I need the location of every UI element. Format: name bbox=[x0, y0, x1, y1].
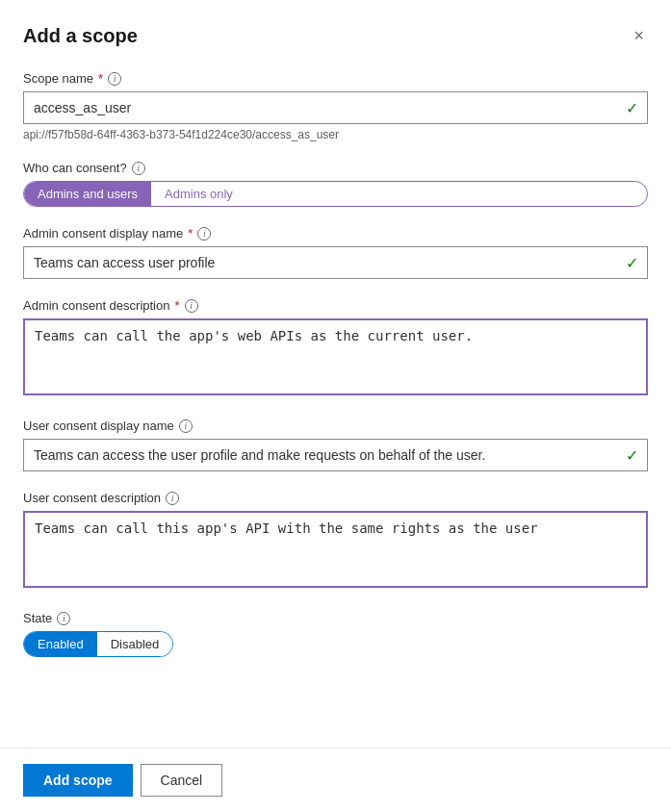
admin-consent-display-name-check-icon: ✓ bbox=[626, 254, 638, 272]
admin-consent-display-name-label: Admin consent display name * i bbox=[23, 226, 648, 241]
consent-options-group: Admins and users Admins only bbox=[23, 181, 648, 207]
user-consent-display-name-check-icon: ✓ bbox=[626, 446, 638, 465]
admin-consent-description-input[interactable] bbox=[23, 318, 648, 395]
who-can-consent-label: Who can consent? i bbox=[23, 161, 648, 175]
user-consent-display-name-input[interactable] bbox=[23, 439, 648, 471]
state-options: Enabled Disabled bbox=[23, 631, 648, 657]
user-consent-description-input[interactable] bbox=[23, 511, 648, 588]
scope-name-input[interactable] bbox=[23, 91, 648, 124]
user-consent-description-label: User consent description i bbox=[23, 491, 648, 505]
admin-consent-display-name-input-wrapper: ✓ bbox=[23, 246, 648, 279]
state-toggle-group: Enabled Disabled bbox=[23, 631, 173, 657]
admin-consent-description-info-icon[interactable]: i bbox=[185, 299, 198, 313]
admin-consent-display-name-input[interactable] bbox=[23, 246, 648, 279]
scope-name-group: Scope name * i ✓ api://f57fb58d-64ff-436… bbox=[23, 71, 648, 141]
dialog-footer: Add scope Cancel bbox=[0, 748, 671, 812]
dialog-title: Add a scope bbox=[23, 25, 138, 47]
scope-name-input-wrapper: ✓ bbox=[23, 91, 648, 124]
admin-consent-display-name-info-icon[interactable]: i bbox=[197, 227, 211, 241]
admin-consent-description-label: Admin consent description * i bbox=[23, 298, 648, 313]
scope-name-check-icon: ✓ bbox=[626, 99, 638, 117]
scope-name-label: Scope name * i bbox=[23, 71, 648, 86]
cancel-button[interactable]: Cancel bbox=[141, 764, 223, 797]
admin-consent-display-name-group: Admin consent display name * i ✓ bbox=[23, 226, 648, 279]
user-consent-display-name-input-wrapper: ✓ bbox=[23, 439, 648, 471]
who-can-consent-info-icon[interactable]: i bbox=[132, 162, 145, 175]
state-group: State i Enabled Disabled bbox=[23, 611, 648, 657]
dialog-header: Add a scope × bbox=[0, 0, 671, 63]
scope-name-info-icon[interactable]: i bbox=[108, 72, 121, 86]
consent-admins-users-button[interactable]: Admins and users bbox=[24, 182, 151, 206]
add-scope-button[interactable]: Add scope bbox=[23, 764, 133, 797]
user-consent-description-info-icon[interactable]: i bbox=[166, 492, 179, 505]
user-consent-display-name-label: User consent display name i bbox=[23, 419, 648, 433]
user-consent-display-name-info-icon[interactable]: i bbox=[179, 419, 193, 433]
scope-url: api://f57fb58d-64ff-4363-b373-54f1d224ce… bbox=[23, 128, 648, 141]
state-enabled-button[interactable]: Enabled bbox=[24, 632, 97, 656]
consent-admins-only-button[interactable]: Admins only bbox=[151, 182, 246, 206]
state-disabled-button[interactable]: Disabled bbox=[97, 632, 173, 656]
add-scope-dialog: Add a scope × Scope name * i ✓ api://f57… bbox=[0, 0, 671, 812]
user-consent-display-name-group: User consent display name i ✓ bbox=[23, 419, 648, 471]
state-label: State i bbox=[23, 611, 648, 625]
dialog-body: Scope name * i ✓ api://f57fb58d-64ff-436… bbox=[0, 63, 671, 748]
who-can-consent-group: Who can consent? i Admins and users Admi… bbox=[23, 161, 648, 207]
close-button[interactable]: × bbox=[630, 23, 648, 48]
user-consent-description-group: User consent description i bbox=[23, 491, 648, 592]
admin-consent-description-group: Admin consent description * i bbox=[23, 298, 648, 399]
state-info-icon[interactable]: i bbox=[57, 612, 70, 625]
